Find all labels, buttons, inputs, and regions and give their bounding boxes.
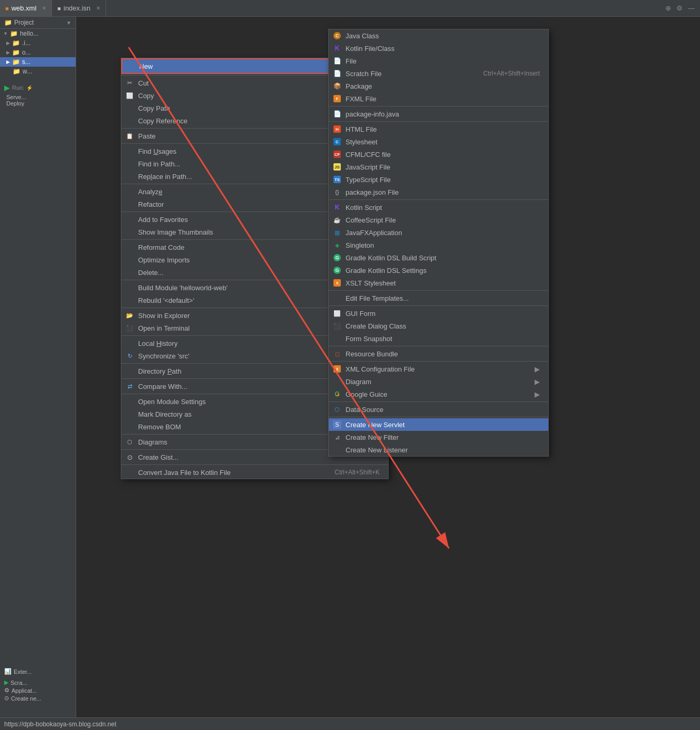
submenu-edit-templates[interactable]: Edit File Templates...: [329, 292, 548, 304]
tree-expand-icon: ▼: [3, 31, 8, 36]
fxml-label: FXML File: [346, 95, 540, 103]
filter-icon: ⊿: [333, 433, 341, 441]
kotlin-script-icon: K: [333, 203, 341, 211]
global-icon[interactable]: ⊕: [665, 4, 671, 12]
submenu-html[interactable]: H HTML File: [329, 123, 548, 135]
submenu-diagram[interactable]: Diagram ▶: [329, 375, 548, 388]
submenu-xslt[interactable]: X XSLT Stylesheet: [329, 277, 548, 289]
google-guice-arrow-icon: ▶: [535, 390, 540, 398]
submenu-google-guice[interactable]: G Google Guice ▶: [329, 388, 548, 400]
find-usages-label: Find Usages: [138, 147, 357, 155]
github-icon: ⊙: [4, 695, 9, 702]
javascript-label: JavaScript File: [346, 163, 540, 171]
submenu-kotlin-class[interactable]: K Kotlin File/Class: [329, 42, 548, 55]
package-json-label: package.json File: [346, 188, 540, 196]
xml-tab-icon: ■: [5, 5, 9, 12]
submenu-fxml[interactable]: F FXML File: [329, 92, 548, 105]
submenu-create-servlet[interactable]: S Create New Servlet: [329, 418, 548, 431]
submenu-java-class[interactable]: C Java Class: [329, 29, 548, 42]
module-icon: [126, 397, 134, 406]
submenu-kotlin-script[interactable]: K Kotlin Script: [329, 201, 548, 214]
project-chevron-icon[interactable]: ▼: [66, 20, 71, 26]
submenu-coffeescript[interactable]: ☕ CoffeeScript File: [329, 214, 548, 226]
submenu-package-json[interactable]: {} package.json File: [329, 186, 548, 198]
diagrams-icon: ⬡: [126, 438, 134, 446]
submenu-cfml[interactable]: CF CFML/CFC file: [329, 148, 548, 161]
create-dialog-label: Create Dialog Class: [346, 322, 540, 330]
sub-sep-1: [329, 106, 548, 107]
submenu-singleton[interactable]: ◈ Singleton: [329, 239, 548, 251]
package-info-icon: 📄: [333, 110, 341, 118]
submenu-javafx[interactable]: ▦ JavaFXApplication: [329, 226, 548, 239]
gradle-build-icon: G: [333, 253, 341, 262]
submenu-gui-form[interactable]: ⬜ GUI Form: [329, 307, 548, 320]
submenu-create-filter[interactable]: ⊿ Create New Filter: [329, 431, 548, 443]
sub-sep-5: [329, 305, 548, 306]
tree-s-label: s...: [22, 58, 30, 66]
close-tab-icon[interactable]: ✕: [96, 5, 100, 11]
tree-w-label: w...: [23, 68, 32, 75]
submenu-create-listener[interactable]: Create New Listener: [329, 443, 548, 456]
submenu-gradle-build[interactable]: G Gradle Kotlin DSL Build Script: [329, 251, 548, 264]
project-folder-icon: 📁: [4, 19, 12, 26]
menu-item-convert-java[interactable]: Convert Java File to Kotlin File Ctrl+Al…: [121, 466, 388, 479]
javafx-label: JavaFXApplication: [346, 229, 540, 237]
file-label: File: [346, 57, 540, 65]
tree-item-i[interactable]: ▶ 📁 .i...: [0, 38, 76, 48]
new-icon: [127, 62, 135, 70]
tree-item-hello[interactable]: ▼ 📁 hello...: [0, 29, 76, 38]
build-icon: [126, 283, 134, 292]
package-info-label: package-info.java: [346, 110, 540, 118]
submenu-form-snapshot[interactable]: Form Snapshot: [329, 332, 548, 345]
dirpath-icon: [126, 367, 134, 375]
minimize-icon[interactable]: —: [688, 4, 695, 12]
submenu-xml-config[interactable]: X XML Configuration File ▶: [329, 363, 548, 375]
xml-config-arrow-icon: ▶: [535, 365, 540, 373]
submenu-package-info[interactable]: 📄 package-info.java: [329, 108, 548, 120]
xml-config-icon: X: [333, 365, 341, 373]
replace-in-path-label: Replace in Path...: [138, 173, 341, 181]
google-guice-icon: G: [333, 390, 341, 398]
submenu-scratch[interactable]: 📄 Scratch File Ctrl+Alt+Shift+Insert: [329, 67, 548, 80]
submenu-gradle-settings[interactable]: G Gradle Kotlin DSL Settings: [329, 264, 548, 277]
tab-web-xml[interactable]: ■ web.xml ✕: [0, 0, 52, 16]
singleton-icon: ◈: [333, 241, 341, 249]
find-in-path-label: Find in Path...: [138, 160, 342, 168]
submenu-typescript[interactable]: TS TypeScript File: [329, 173, 548, 186]
create-new-item[interactable]: ⊙ Create ne...: [4, 695, 71, 702]
external-item[interactable]: 📊 Exter...: [0, 666, 76, 677]
history-icon: [126, 339, 134, 347]
scratch-label: Scratch File: [346, 70, 463, 78]
create-filter-label: Create New Filter: [346, 433, 540, 441]
find-path-icon: [126, 160, 134, 168]
close-icon[interactable]: ✕: [42, 5, 46, 11]
settings-icon[interactable]: ⚙: [676, 4, 683, 12]
deploy-label: Deploy: [4, 100, 71, 107]
app-icon: ⚙: [4, 687, 9, 694]
submenu-resource-bundle[interactable]: ◻ Resource Bundle: [329, 347, 548, 360]
run-label: Run:: [12, 84, 24, 91]
html-icon: H: [333, 125, 341, 133]
submenu-create-dialog[interactable]: ⬛ Create Dialog Class: [329, 320, 548, 332]
tree-item-label: hello...: [20, 30, 38, 37]
delete-label: Delete...: [138, 269, 357, 277]
submenu-javascript[interactable]: JS JavaScript File: [329, 161, 548, 173]
kotlin-class-icon: K: [333, 44, 341, 52]
tree-item-s[interactable]: ▶ 📁 s...: [0, 57, 76, 67]
java-class-icon: C: [333, 31, 341, 40]
typescript-label: TypeScript File: [346, 176, 540, 184]
folder-icon-o: 📁: [12, 49, 20, 56]
create-listener-label: Create New Listener: [346, 446, 540, 454]
sub-sep-4: [329, 290, 548, 291]
tab-index-isn[interactable]: ■ index.isn ✕: [52, 0, 106, 16]
submenu-file[interactable]: 📄 File: [329, 55, 548, 67]
submenu-data-source[interactable]: ⬡ Data Source: [329, 403, 548, 416]
tree-item-o[interactable]: ▶ 📁 o...: [0, 48, 76, 57]
tree-o-label: o...: [22, 49, 31, 56]
json-icon: {}: [333, 188, 341, 196]
application-item[interactable]: ⚙ Applicat...: [4, 687, 71, 694]
submenu-stylesheet[interactable]: C Stylesheet: [329, 135, 548, 148]
submenu-package[interactable]: 📦 Package: [329, 80, 548, 92]
run-icon: ▶: [4, 83, 10, 92]
tree-item-w[interactable]: 📁 w...: [0, 67, 76, 76]
